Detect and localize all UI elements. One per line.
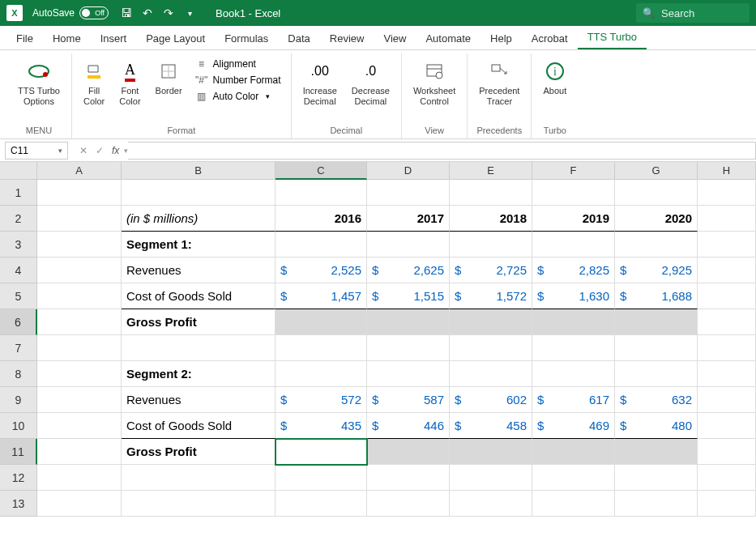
row-header-4[interactable]: 4 <box>0 257 37 283</box>
cell-G8[interactable] <box>615 361 698 387</box>
cell-B1[interactable] <box>122 180 275 206</box>
cell-A11[interactable] <box>37 439 122 465</box>
cell-H6[interactable] <box>698 309 756 335</box>
cell-B12[interactable] <box>122 465 275 491</box>
cell-B10[interactable]: Cost of Goods Sold <box>122 413 275 439</box>
cell-E2[interactable]: 2018 <box>450 206 532 232</box>
cell-H1[interactable] <box>698 180 756 206</box>
decrease-decimal-button[interactable]: .0 Decrease Decimal <box>347 57 395 110</box>
cell-H3[interactable] <box>698 232 756 257</box>
cell-F10[interactable]: $469 <box>532 413 615 439</box>
cell-G2[interactable]: 2020 <box>615 206 698 232</box>
cell-H11[interactable] <box>698 439 756 465</box>
cell-B6[interactable]: Gross Profit <box>122 309 275 335</box>
select-all-corner[interactable] <box>0 162 37 180</box>
cell-A2[interactable] <box>37 206 122 232</box>
search-input[interactable] <box>661 7 743 19</box>
about-button[interactable]: i About <box>538 57 571 100</box>
row-header-9[interactable]: 9 <box>0 387 37 413</box>
cell-H5[interactable] <box>698 283 756 309</box>
cell-G3[interactable] <box>615 232 698 257</box>
cell-C4[interactable]: $2,525 <box>275 257 367 283</box>
cell-F1[interactable] <box>532 180 615 206</box>
tab-acrobat[interactable]: Acrobat <box>522 28 578 49</box>
cell-G9[interactable]: $632 <box>615 387 698 413</box>
redo-icon[interactable]: ↷ <box>162 6 175 19</box>
cell-F12[interactable] <box>532 465 615 491</box>
cell-F11[interactable] <box>532 439 615 465</box>
cell-E7[interactable] <box>450 335 532 361</box>
cell-B13[interactable] <box>122 491 275 517</box>
cell-H13[interactable] <box>698 491 756 517</box>
cell-F4[interactable]: $2,825 <box>532 257 615 283</box>
cell-C3[interactable] <box>275 232 367 257</box>
cell-D12[interactable] <box>367 465 450 491</box>
cell-E13[interactable] <box>450 491 532 517</box>
formula-input[interactable] <box>128 142 756 160</box>
cell-D7[interactable] <box>367 335 450 361</box>
tab-view[interactable]: View <box>374 28 416 49</box>
row-header-7[interactable]: 7 <box>0 335 37 361</box>
cell-C9[interactable]: $572 <box>275 387 367 413</box>
border-button[interactable]: Border <box>151 57 187 100</box>
cell-B9[interactable]: Revenues <box>122 387 275 413</box>
cell-F2[interactable]: 2019 <box>532 206 615 232</box>
check-icon[interactable]: ✓ <box>92 145 107 156</box>
cell-C12[interactable] <box>275 465 367 491</box>
col-header-H[interactable]: H <box>698 162 756 180</box>
number-format-button[interactable]: "#"Number Format <box>192 73 284 87</box>
cell-E4[interactable]: $2,725 <box>450 257 532 283</box>
row-header-6[interactable]: 6 <box>0 309 37 335</box>
tab-formulas[interactable]: Formulas <box>215 28 278 49</box>
tab-file[interactable]: File <box>6 28 43 49</box>
cell-F7[interactable] <box>532 335 615 361</box>
cell-D3[interactable] <box>367 232 450 257</box>
cell-H10[interactable] <box>698 413 756 439</box>
cancel-icon[interactable]: ✕ <box>76 145 91 156</box>
tab-tts-turbo[interactable]: TTS Turbo <box>578 26 647 49</box>
worksheet-control-button[interactable]: Worksheet Control <box>408 57 460 110</box>
cell-F9[interactable]: $617 <box>532 387 615 413</box>
cell-D13[interactable] <box>367 491 450 517</box>
tab-home[interactable]: Home <box>43 28 91 49</box>
col-header-C[interactable]: C <box>275 162 367 180</box>
cell-F3[interactable] <box>532 232 615 257</box>
chevron-down-icon[interactable]: ▾ <box>58 147 62 155</box>
cell-C5[interactable]: $1,457 <box>275 283 367 309</box>
cell-E6[interactable] <box>450 309 532 335</box>
cell-D10[interactable]: $446 <box>367 413 450 439</box>
cell-E3[interactable] <box>450 232 532 257</box>
cell-H8[interactable] <box>698 361 756 387</box>
col-header-E[interactable]: E <box>450 162 532 180</box>
cell-H7[interactable] <box>698 335 756 361</box>
row-header-1[interactable]: 1 <box>0 180 37 206</box>
autosave-toggle[interactable]: AutoSave Off <box>32 6 109 19</box>
cell-B11[interactable]: Gross Profit <box>122 439 275 465</box>
cell-G5[interactable]: $1,688 <box>615 283 698 309</box>
toggle-switch[interactable]: Off <box>79 6 109 19</box>
cell-A9[interactable] <box>37 387 122 413</box>
cell-G10[interactable]: $480 <box>615 413 698 439</box>
cell-G4[interactable]: $2,925 <box>615 257 698 283</box>
cell-E10[interactable]: $458 <box>450 413 532 439</box>
fill-color-button[interactable]: Fill Color <box>79 57 109 110</box>
cell-H2[interactable] <box>698 206 756 232</box>
tts-turbo-options-button[interactable]: TTS Turbo Options <box>13 57 65 110</box>
cell-B5[interactable]: Cost of Goods Sold <box>122 283 275 309</box>
save-icon[interactable]: 🖫 <box>120 6 133 19</box>
cell-C6[interactable] <box>275 309 367 335</box>
cell-H12[interactable] <box>698 465 756 491</box>
row-header-2[interactable]: 2 <box>0 206 37 232</box>
col-header-A[interactable]: A <box>37 162 122 180</box>
cell-D9[interactable]: $587 <box>367 387 450 413</box>
fx-icon[interactable]: fx <box>112 145 119 156</box>
row-header-11[interactable]: 11 <box>0 439 37 465</box>
cell-G12[interactable] <box>615 465 698 491</box>
cell-C2[interactable]: 2016 <box>275 206 367 232</box>
cell-D6[interactable] <box>367 309 450 335</box>
cell-D4[interactable]: $2,625 <box>367 257 450 283</box>
tab-page-layout[interactable]: Page Layout <box>136 28 215 49</box>
cell-G7[interactable] <box>615 335 698 361</box>
cell-A6[interactable] <box>37 309 122 335</box>
cell-G11[interactable] <box>615 439 698 465</box>
